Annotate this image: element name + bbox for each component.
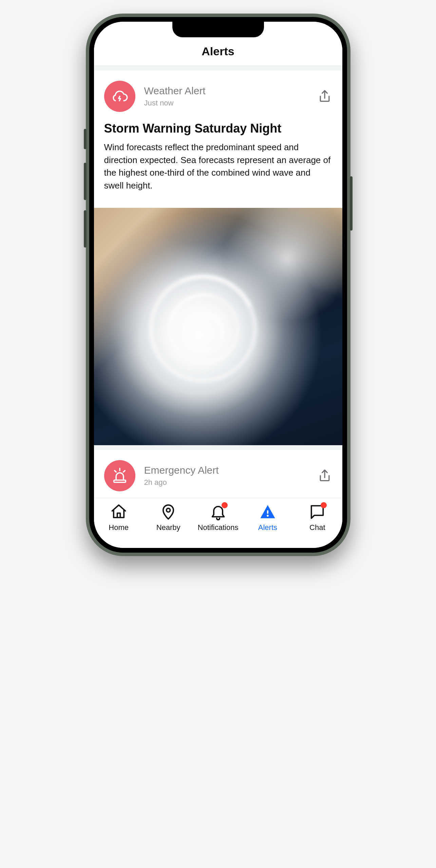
bell-icon (209, 503, 227, 520)
share-button[interactable] (317, 468, 332, 483)
page-title: Alerts (202, 45, 234, 58)
alert-source: Emergency Alert (144, 465, 308, 476)
svg-line-3 (123, 471, 125, 472)
svg-line-2 (114, 471, 116, 472)
alert-image[interactable] (94, 208, 342, 445)
share-button[interactable] (317, 89, 332, 104)
tab-label: Notifications (198, 523, 239, 532)
device-notch (172, 22, 264, 37)
pin-icon (159, 503, 177, 520)
tab-label: Alerts (258, 523, 277, 532)
tab-notifications[interactable]: Notifications (193, 503, 243, 532)
tab-label: Home (109, 523, 129, 532)
alert-card[interactable]: Emergency Alert 2h ago (94, 450, 342, 498)
alert-card[interactable]: Weather Alert Just now Storm Warning Sat… (94, 71, 342, 445)
home-icon (110, 503, 128, 520)
warning-icon (259, 503, 277, 520)
cloud-storm-icon (104, 81, 135, 112)
tab-chat[interactable]: Chat (292, 503, 342, 532)
alert-source: Weather Alert (144, 85, 308, 97)
alert-timestamp: Just now (144, 99, 308, 107)
alert-body: Wind forecasts reflect the predominant s… (104, 141, 332, 192)
siren-icon (104, 460, 135, 491)
tab-alerts[interactable]: Alerts (243, 503, 292, 532)
svg-rect-5 (267, 510, 268, 514)
svg-point-4 (167, 508, 170, 512)
svg-point-6 (267, 515, 269, 517)
tab-nearby[interactable]: Nearby (144, 503, 193, 532)
tab-home[interactable]: Home (94, 503, 144, 532)
alert-timestamp: 2h ago (144, 478, 308, 487)
notification-dot (222, 502, 228, 508)
svg-rect-0 (114, 480, 126, 482)
tab-label: Chat (309, 523, 325, 532)
phone-device-frame: Alerts Weather Alert (86, 14, 350, 556)
alert-title: Storm Warning Saturday Night (104, 121, 332, 136)
alerts-feed[interactable]: Weather Alert Just now Storm Warning Sat… (94, 66, 342, 498)
tab-label: Nearby (156, 523, 181, 532)
chat-icon (308, 503, 326, 520)
tab-bar: Home Nearby (94, 498, 342, 548)
